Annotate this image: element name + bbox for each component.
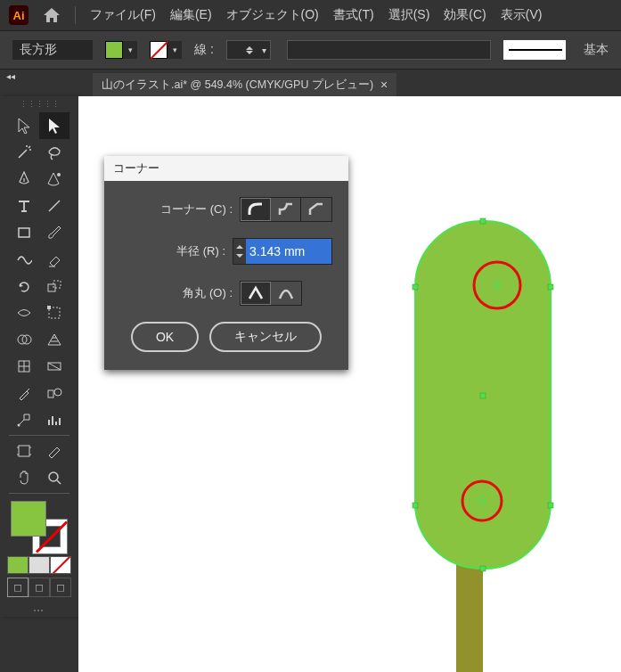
svg-rect-15 <box>413 284 418 290</box>
brush-basic-label: 基本 <box>584 42 609 58</box>
fill-stroke-wells[interactable] <box>9 501 69 554</box>
corner-type-label: コーナー (C) : <box>160 201 233 217</box>
stroke-profile-dropdown[interactable] <box>287 40 491 60</box>
type-tool[interactable] <box>9 193 39 219</box>
fill-well[interactable] <box>11 501 46 537</box>
gradient-tool[interactable] <box>39 353 69 380</box>
color-mode-none[interactable] <box>50 556 71 574</box>
shape-builder-tool[interactable] <box>9 326 39 353</box>
color-mode-solid[interactable] <box>7 556 29 574</box>
step-up-icon <box>246 43 253 50</box>
eyedropper-tool[interactable] <box>9 380 39 406</box>
close-icon[interactable]: × <box>380 78 388 92</box>
stroke-weight-stepper[interactable]: ▾ <box>226 40 271 60</box>
cancel-button[interactable]: キャンセル <box>209 322 322 352</box>
stem-shape <box>456 555 483 672</box>
svg-rect-2 <box>48 284 55 291</box>
blend-tool[interactable] <box>39 380 69 406</box>
svg-rect-10 <box>48 390 53 397</box>
svg-point-0 <box>57 173 61 176</box>
menu-file[interactable]: ファイル(F) <box>90 7 156 23</box>
menu-edit[interactable]: 編集(E) <box>170 7 212 23</box>
chevron-down-icon: ▾ <box>262 45 266 55</box>
svg-rect-20 <box>480 566 486 571</box>
rounding-label: 角丸 (O) : <box>183 285 233 301</box>
draw-inside[interactable]: ◻ <box>50 578 71 597</box>
paintbrush-tool[interactable] <box>39 219 69 246</box>
svg-point-12 <box>18 424 20 427</box>
radius-field[interactable] <box>246 239 331 264</box>
width-tool[interactable] <box>9 299 39 326</box>
radius-label: 半径 (R) : <box>176 243 225 259</box>
svg-rect-5 <box>47 306 51 309</box>
radius-input-group <box>233 238 332 265</box>
stroke-label: 線 : <box>194 42 214 58</box>
step-down-icon <box>246 51 253 58</box>
slice-tool[interactable] <box>39 438 69 464</box>
rounding-relative[interactable] <box>271 282 301 305</box>
color-mode-gradient[interactable] <box>29 556 50 574</box>
mesh-tool[interactable] <box>9 353 39 380</box>
perspective-grid-tool[interactable] <box>39 326 69 353</box>
dialog-title: コーナー <box>104 156 348 181</box>
draw-behind[interactable]: ◻ <box>29 578 50 597</box>
ok-button[interactable]: OK <box>131 322 199 352</box>
artboard-tool[interactable] <box>9 438 39 464</box>
draw-normal[interactable]: ◻ <box>7 578 29 597</box>
tool-panel: ⋮⋮⋮⋮⋮ <box>0 96 78 617</box>
stroke-style-dropdown[interactable] <box>503 40 566 60</box>
corner-type-inverted[interactable] <box>271 198 301 221</box>
hand-tool[interactable] <box>9 464 39 491</box>
svg-rect-19 <box>480 218 486 224</box>
svg-rect-13 <box>19 446 29 456</box>
stroke-swatch-icon <box>150 41 168 59</box>
rounding-group <box>240 281 302 306</box>
screen-mode-button[interactable]: ⋯ <box>33 604 45 617</box>
selection-tool[interactable] <box>9 112 39 139</box>
drawing-modes: ◻ ◻ ◻ <box>7 578 71 597</box>
line-tool[interactable] <box>39 193 69 219</box>
svg-point-11 <box>54 389 61 396</box>
shaper-tool[interactable] <box>9 246 39 273</box>
fill-color-picker[interactable]: ▾ <box>105 41 137 59</box>
stroke-color-picker[interactable]: ▾ <box>150 41 182 59</box>
rounding-absolute[interactable] <box>241 282 271 305</box>
free-transform-tool[interactable] <box>39 299 69 326</box>
color-mode-row <box>7 556 71 574</box>
radius-step-up[interactable] <box>233 239 246 251</box>
lasso-tool[interactable] <box>39 139 69 166</box>
radius-step-down[interactable] <box>233 251 246 264</box>
app-logo: Ai <box>9 5 29 25</box>
svg-point-14 <box>49 472 58 481</box>
chevron-down-icon: ▾ <box>168 41 182 59</box>
corner-dialog: コーナー コーナー (C) : 半径 (R) : <box>104 156 348 370</box>
magic-wand-tool[interactable] <box>9 139 39 166</box>
rectangle-tool[interactable] <box>9 219 39 246</box>
svg-rect-21 <box>480 393 486 398</box>
scale-tool[interactable] <box>39 273 69 299</box>
pen-tool[interactable] <box>9 166 39 193</box>
panel-toggle[interactable]: ◂◂ <box>0 70 21 96</box>
menu-select[interactable]: 選択(S) <box>388 7 430 23</box>
home-icon[interactable] <box>43 7 61 23</box>
menu-effect[interactable]: 効果(C) <box>444 7 486 23</box>
zoom-tool[interactable] <box>39 464 69 491</box>
corner-type-round[interactable] <box>241 198 271 221</box>
column-graph-tool[interactable] <box>39 406 69 433</box>
document-tab[interactable]: 山のイラスト.ai* @ 549.4% (CMYK/GPU プレビュー) × <box>93 73 396 96</box>
eraser-tool[interactable] <box>39 246 69 273</box>
rotate-tool[interactable] <box>9 273 39 299</box>
corner-type-chamfer[interactable] <box>301 198 331 221</box>
corner-type-group <box>240 197 332 222</box>
selected-shape-name: 長方形 <box>12 40 93 60</box>
menu-view[interactable]: 表示(V) <box>501 7 543 23</box>
symbol-sprayer-tool[interactable] <box>9 406 39 433</box>
svg-point-23 <box>496 284 499 287</box>
direct-selection-tool[interactable] <box>39 112 69 139</box>
menu-separator <box>75 6 76 24</box>
svg-rect-16 <box>413 503 418 508</box>
menu-object[interactable]: オブジェクト(O) <box>226 7 319 23</box>
menu-type[interactable]: 書式(T) <box>333 7 374 23</box>
curvature-tool[interactable] <box>39 166 69 193</box>
svg-rect-18 <box>548 503 553 508</box>
